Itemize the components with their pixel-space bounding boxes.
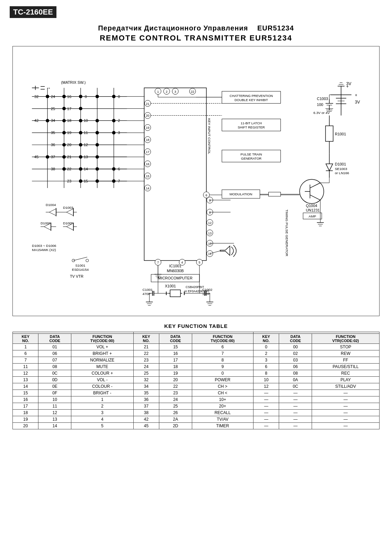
table-row: 150FBRIGHT -3523CH <——— (13, 390, 380, 396)
table-cell: 0 (192, 370, 253, 377)
table-cell: — (279, 403, 312, 410)
table-cell: 21 (133, 344, 159, 350)
svg-text:(MATRIX SW.): (MATRIX SW.) (61, 80, 86, 84)
svg-point-228 (86, 259, 89, 262)
svg-text:CSB420PBIT: CSB420PBIT (186, 285, 204, 289)
svg-point-227 (72, 259, 75, 262)
svg-text:6.3V or 4V: 6.3V or 4V (313, 111, 330, 115)
svg-text:MN6030B: MN6030B (167, 269, 184, 273)
svg-text:6: 6 (205, 194, 207, 197)
svg-text:14: 14 (146, 187, 149, 190)
table-cell: 0F (38, 390, 71, 396)
svg-text:D1001: D1001 (335, 162, 346, 166)
table-row: 130DVOL -3220POWER100APLAY (13, 377, 380, 383)
th-func2: FUNCTIONTV(CODE:00) (192, 334, 253, 344)
svg-text:12: 12 (208, 221, 212, 225)
table-cell: PAUSE/STILL (312, 364, 380, 370)
table-cell: 8 (192, 357, 253, 364)
table-cell: — (312, 416, 380, 423)
table-cell: 37 (133, 403, 159, 410)
table-cell: 18 (13, 410, 38, 416)
svg-text:MICROCOMPUTER: MICROCOMPUTER (158, 276, 192, 280)
table-cell: 45 (133, 423, 159, 429)
table-cell: COLOUR + (71, 370, 133, 377)
table-cell: 02 (279, 350, 312, 357)
table-cell: 06 (38, 350, 71, 357)
table-cell: COLOUR - (71, 383, 133, 390)
svg-text:D1003: D1003 (63, 206, 73, 209)
svg-text:21: 21 (146, 102, 149, 106)
table-row: 140ECOLOUR -3422CH >120CSTILL/ADV (13, 383, 380, 390)
table-cell: 20 (159, 377, 192, 383)
svg-text:22: 22 (191, 90, 194, 93)
svg-text:16: 16 (146, 162, 149, 166)
table-cell: 17 (13, 403, 38, 410)
table-section: KEY FUNCTION TABLE KEYNO. DATACODE FUNCT… (12, 323, 380, 429)
table-cell: 5 (71, 423, 133, 429)
svg-text:R1001: R1001 (335, 132, 346, 136)
svg-text:CHATTERING PREVENTION: CHATTERING PREVENTION (230, 94, 273, 98)
svg-text:Q1004: Q1004 (306, 204, 317, 208)
table-cell: 12 (38, 410, 71, 416)
svg-text:or LN166: or LN166 (335, 171, 349, 175)
table-cell: STILL/ADV (312, 383, 380, 390)
table-cell: 2 (71, 403, 133, 410)
table-cell: — (312, 396, 380, 403)
table-cell: 42 (133, 416, 159, 423)
svg-text:470P: 470P (142, 292, 151, 296)
table-cell: — (279, 416, 312, 423)
table-cell: 18 (159, 364, 192, 370)
russian-title: Передатчик Дистационного Управления EUR5… (0, 24, 392, 32)
table-cell: 1 (71, 396, 133, 403)
svg-text:38: 38 (51, 167, 55, 171)
svg-text:D1004: D1004 (46, 203, 56, 207)
svg-rect-269 (268, 192, 280, 196)
table-cell: 3 (71, 410, 133, 416)
svg-text:C1002: C1002 (202, 288, 213, 292)
table-cell: 12 (13, 370, 38, 377)
table-cell: 36 (133, 396, 159, 403)
svg-text:32: 32 (34, 95, 38, 99)
svg-text:42: 42 (34, 118, 38, 123)
table-row: 16101362410+——— (13, 396, 380, 403)
table-cell: 0A (279, 377, 312, 383)
svg-text:11-BIT LATCH: 11-BIT LATCH (241, 121, 262, 125)
svg-text:7: 7 (157, 261, 159, 264)
svg-text:3V: 3V (355, 100, 360, 105)
table-cell: 2 (253, 350, 279, 357)
table-cell: 19 (159, 370, 192, 377)
svg-text:ESD14154: ESD14154 (72, 268, 89, 271)
svg-text:20: 20 (146, 114, 149, 117)
table-row: 606BRIGHT +22167202REW (13, 350, 380, 357)
th-key1: KEYNO. (13, 334, 38, 344)
svg-rect-81 (144, 88, 206, 261)
table-cell: 10 (253, 377, 279, 383)
table-cell: 35 (133, 390, 159, 396)
table-cell: — (253, 410, 279, 416)
th-data3: DATACODE (279, 334, 312, 344)
table-cell: 7 (192, 350, 253, 357)
table-cell: 14 (13, 383, 38, 390)
table-cell: 1 (13, 344, 38, 350)
table-cell: CH < (192, 390, 253, 396)
table-cell: — (253, 396, 279, 403)
th-func3: FUNCTIONVTR(CODE:02) (312, 334, 380, 344)
table-cell: 32 (133, 377, 159, 383)
table-cell: 03 (279, 357, 312, 364)
table-cell: 23 (133, 357, 159, 364)
table-cell: 06 (279, 364, 312, 370)
svg-text:X1001: X1001 (165, 284, 176, 288)
table-cell: 6 (253, 364, 279, 370)
svg-text:1: 1 (157, 90, 159, 93)
table-cell: 10+ (192, 396, 253, 403)
svg-text:UN1231: UN1231 (306, 208, 320, 212)
table-cell: BRIGHT - (71, 390, 133, 396)
model-label: TC-2160EE (13, 8, 53, 16)
th-key3: KEYNO. (253, 334, 279, 344)
svg-text:5: 5 (198, 261, 200, 264)
svg-text:DOUBLE KEY INHIBIT: DOUBLE KEY INHIBIT (234, 98, 268, 102)
table-cell: RECALL (192, 410, 253, 416)
svg-text:100: 100 (317, 102, 323, 107)
svg-text:SE1003: SE1003 (335, 167, 347, 171)
svg-text:C1003: C1003 (317, 97, 328, 101)
